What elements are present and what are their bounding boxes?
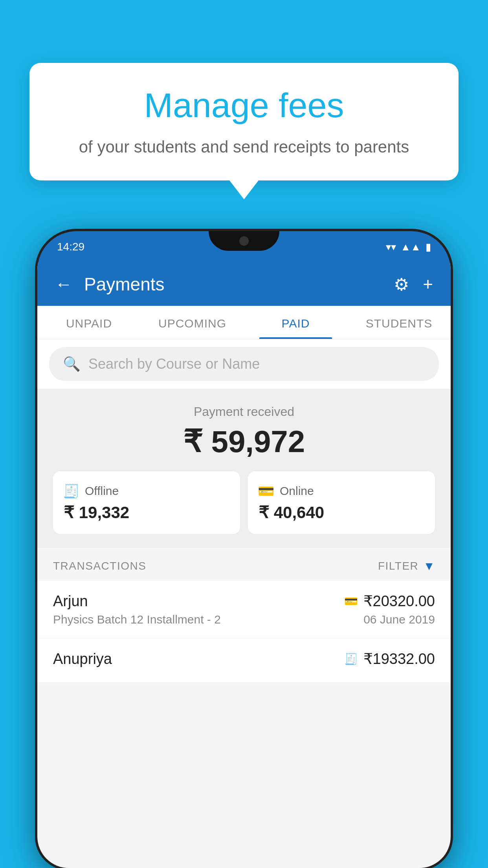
transaction-amount-wrap-1: 💳 ₹20320.00 [344,592,435,610]
settings-icon[interactable]: ⚙ [394,274,409,294]
transactions-label: TRANSACTIONS [53,560,146,572]
tooltip-title: Manage fees [57,86,431,125]
transaction-amount-wrap-2: 🧾 ₹19332.00 [344,650,435,668]
transaction-name-1: Arjun [53,593,88,610]
transaction-item[interactable]: Arjun 💳 ₹20320.00 Physics Batch 12 Insta… [37,581,451,638]
online-label: Online [280,484,314,498]
online-amount: ₹ 40,640 [258,503,324,522]
header-left: ← Payments [55,274,165,295]
transactions-header: TRANSACTIONS FILTER ▼ [37,548,451,581]
search-icon: 🔍 [63,356,81,372]
tab-upcoming[interactable]: UPCOMING [141,306,244,339]
search-input[interactable]: Search by Course or Name [88,356,260,372]
add-icon[interactable]: + [423,274,433,294]
transaction-item-2[interactable]: Anupriya 🧾 ₹19332.00 [37,638,451,683]
camera-dot [239,236,249,246]
transaction-type-icon-1: 💳 [344,595,358,608]
status-bar: 14:29 ▾▾ ▲▲ ▮ [37,231,451,263]
header-right: ⚙ + [394,274,433,294]
offline-label: Offline [85,484,119,498]
tab-unpaid[interactable]: UNPAID [37,306,141,339]
tooltip-card: Manage fees of your students and send re… [29,63,459,180]
phone-frame: 14:29 ▾▾ ▲▲ ▮ ← Payments ⚙ + UNPAID UPCO… [37,231,451,868]
transaction-amount-1: ₹20320.00 [363,592,435,610]
wifi-icon: ▾▾ [386,241,396,253]
filter-icon[interactable]: ▼ [423,559,435,573]
filter-wrap[interactable]: FILTER ▼ [378,559,435,573]
notch-bump [209,231,279,251]
offline-card-header: 🧾 Offline [63,483,119,499]
tabs: UNPAID UPCOMING PAID STUDENTS [37,306,451,339]
page-title: Payments [84,274,165,295]
app-header: ← Payments ⚙ + [37,263,451,306]
transaction-detail-row-1: Physics Batch 12 Installment - 2 06 June… [53,613,435,626]
signal-icon: ▲▲ [401,241,421,253]
online-icon: 💳 [258,483,274,499]
transaction-row-1: Arjun 💳 ₹20320.00 [53,592,435,610]
search-container: 🔍 Search by Course or Name [37,339,451,389]
tab-students[interactable]: STUDENTS [347,306,451,339]
payment-amount: ₹ 59,972 [53,424,435,460]
transaction-course-1: Physics Batch 12 Installment - 2 [53,613,221,626]
transaction-amount-2: ₹19332.00 [363,650,435,668]
online-card: 💳 Online ₹ 40,640 [248,471,435,534]
filter-label[interactable]: FILTER [378,560,418,572]
offline-icon: 🧾 [63,483,79,499]
payment-summary: Payment received ₹ 59,972 🧾 Offline ₹ 19… [37,389,451,548]
transaction-row-2: Anupriya 🧾 ₹19332.00 [53,650,435,668]
screen: ← Payments ⚙ + UNPAID UPCOMING PAID STUD… [37,263,451,868]
tab-paid[interactable]: PAID [244,306,347,339]
payment-cards: 🧾 Offline ₹ 19,332 💳 Online ₹ 40,640 [53,471,435,534]
status-icons: ▾▾ ▲▲ ▮ [386,241,431,253]
transaction-name-2: Anupriya [53,651,112,668]
payment-received-label: Payment received [53,405,435,419]
offline-card: 🧾 Offline ₹ 19,332 [53,471,240,534]
transaction-date-1: 06 June 2019 [363,613,435,626]
online-card-header: 💳 Online [258,483,314,499]
battery-icon: ▮ [426,241,431,253]
transaction-type-icon-2: 🧾 [344,653,358,666]
offline-amount: ₹ 19,332 [63,503,129,522]
status-time: 14:29 [57,241,84,253]
search-bar[interactable]: 🔍 Search by Course or Name [49,347,439,381]
back-button[interactable]: ← [55,276,72,293]
tooltip-subtitle: of your students and send receipts to pa… [57,136,431,159]
